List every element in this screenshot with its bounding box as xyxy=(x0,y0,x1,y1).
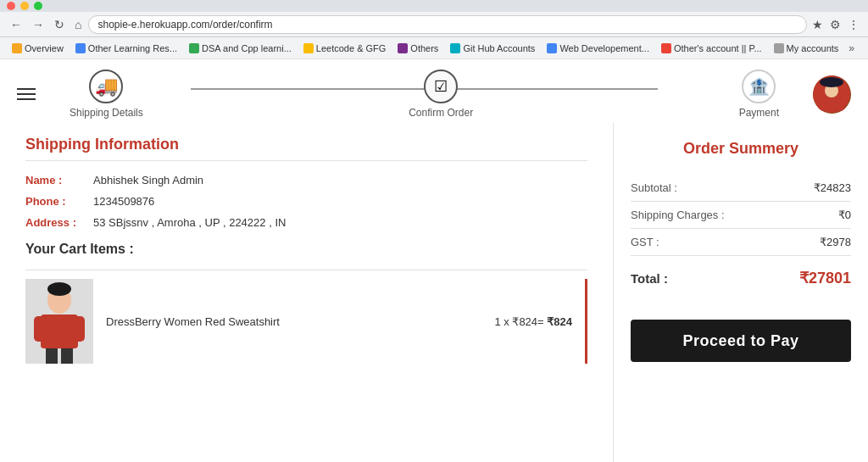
shipping-charges-label: Shipping Charges : xyxy=(631,209,725,221)
step-payment-label: Payment xyxy=(739,107,779,119)
address-row: Address : 53 SBjssnv , Amroha , UP , 224… xyxy=(25,216,587,229)
right-panel: Order Summery Subtotal : ₹24823 Shipping… xyxy=(614,123,868,462)
bookmark-icon-overview xyxy=(12,43,22,53)
hamburger-menu[interactable] xyxy=(17,88,36,100)
total-row: Total : ₹27801 xyxy=(631,256,851,294)
shipping-charges-row: Shipping Charges : ₹0 xyxy=(631,202,851,229)
step-payment: 🏦 Payment xyxy=(739,70,779,119)
step-confirm: ☑ Confirm Order xyxy=(409,70,473,119)
phone-row: Phone : 1234509876 xyxy=(25,195,587,208)
cart-item-1: DressBerry Women Red Sweatshirt 1 x ₹824… xyxy=(25,270,587,364)
svg-rect-2 xyxy=(820,77,843,87)
name-row: Name : Abhishek Singh Admin xyxy=(25,174,587,186)
bookmark-dsa[interactable]: DSA and Cpp learni... xyxy=(184,42,297,55)
toolbar-actions: ★ ⚙ ⋮ xyxy=(810,16,861,33)
svg-rect-9 xyxy=(61,348,73,364)
bookmark-others[interactable]: Others xyxy=(392,42,443,55)
svg-point-10 xyxy=(47,282,71,296)
bookmark-icon-others-account xyxy=(661,43,671,53)
hamburger-line-3 xyxy=(17,98,36,100)
product-image-svg xyxy=(25,279,93,364)
order-summary-title: Order Summery xyxy=(631,140,851,158)
refresh-button[interactable]: ↻ xyxy=(51,16,68,33)
step-shipping: 🚚 Shipping Details xyxy=(70,70,143,119)
forward-button[interactable]: → xyxy=(29,16,47,33)
minimize-btn[interactable] xyxy=(20,2,29,10)
address-value: 53 SBjssnv , Amroha , UP , 224222 , IN xyxy=(93,216,286,229)
step-confirm-icon: ☑ xyxy=(424,70,458,103)
bookmark-github[interactable]: Git Hub Accounts xyxy=(445,42,540,55)
cart-item-price-1: 1 x ₹824= ₹824 xyxy=(494,315,572,328)
back-button[interactable]: ← xyxy=(7,16,25,33)
truck-icon: 🚚 xyxy=(95,75,118,97)
bookmark-other-learning[interactable]: Other Learning Res... xyxy=(70,42,182,55)
proceed-to-pay-button[interactable]: Proceed to Pay xyxy=(631,320,851,362)
bookmark-icon-other-learning xyxy=(75,43,86,53)
checkbox-icon: ☑ xyxy=(434,77,448,96)
bookmark-overview[interactable]: Overview xyxy=(7,42,69,55)
bookmark-icon-leetcode xyxy=(303,43,314,53)
more-bookmarks[interactable]: » xyxy=(845,41,858,56)
main-content-area: Shipping Information Name : Abhishek Sin… xyxy=(0,123,868,462)
step-payment-icon: 🏦 xyxy=(742,70,776,103)
name-label: Name : xyxy=(25,174,93,186)
subtotal-value: ₹24823 xyxy=(814,181,851,194)
bookmark-icon-dsa xyxy=(189,43,199,53)
extensions-icon[interactable]: ⚙ xyxy=(828,16,843,33)
bookmark-my-accounts[interactable]: My accounts xyxy=(769,42,844,55)
home-button[interactable]: ⌂ xyxy=(71,16,85,33)
name-value: Abhishek Singh Admin xyxy=(93,174,203,186)
phone-value: 1234509876 xyxy=(93,195,154,208)
cart-item-total: ₹824 xyxy=(547,315,572,328)
avatar-svg xyxy=(813,75,851,114)
cart-item-quantity-display: 1 x ₹824= xyxy=(494,315,547,328)
shipping-charges-value: ₹0 xyxy=(838,209,851,221)
cart-item-image-1 xyxy=(25,279,93,364)
bookmarks-bar: Overview Other Learning Res... DSA and C… xyxy=(0,37,868,59)
browser-toolbar: ← → ↻ ⌂ ★ ⚙ ⋮ xyxy=(0,12,868,37)
cart-title: Your Cart Items : xyxy=(25,242,587,257)
step-confirm-label: Confirm Order xyxy=(409,107,473,119)
step-shipping-icon: 🚚 xyxy=(89,70,123,103)
phone-label: Phone : xyxy=(25,195,93,208)
bookmark-icon-my-accounts xyxy=(774,43,784,53)
bookmark-leetcode[interactable]: Leetcode & GFG xyxy=(298,42,392,55)
gst-label: GST : xyxy=(631,236,659,248)
menu-icon[interactable]: ⋮ xyxy=(846,16,861,33)
shipping-info-title: Shipping Information xyxy=(25,136,587,153)
shipping-divider xyxy=(25,160,587,161)
steps-container: 🚚 Shipping Details ☑ Confirm Order 🏦 Pay… xyxy=(36,70,813,119)
bank-icon: 🏦 xyxy=(748,76,770,97)
hamburger-line-1 xyxy=(17,88,36,90)
address-bar[interactable] xyxy=(88,15,807,34)
close-btn[interactable] xyxy=(7,2,15,10)
step-shipping-label: Shipping Details xyxy=(70,107,143,119)
cart-item-red-line xyxy=(585,279,587,364)
svg-rect-5 xyxy=(41,314,78,348)
svg-rect-8 xyxy=(46,348,58,364)
bookmark-others-account[interactable]: Other's account || P... xyxy=(656,42,767,55)
cart-item-name-1: DressBerry Women Red Sweatshirt xyxy=(106,315,481,328)
browser-chrome xyxy=(0,0,868,12)
bookmark-icon-webdev xyxy=(547,43,557,53)
subtotal-row: Subtotal : ₹24823 xyxy=(631,175,851,202)
hamburger-line-2 xyxy=(17,93,36,95)
left-panel: Shipping Information Name : Abhishek Sin… xyxy=(0,123,614,462)
svg-rect-6 xyxy=(34,316,46,342)
total-label: Total : xyxy=(631,271,668,286)
gst-value: ₹2978 xyxy=(820,236,851,248)
subtotal-label: Subtotal : xyxy=(631,181,677,194)
gst-row: GST : ₹2978 xyxy=(631,229,851,256)
user-avatar[interactable] xyxy=(813,75,851,114)
maximize-btn[interactable] xyxy=(34,2,42,10)
total-value: ₹27801 xyxy=(799,269,851,287)
page-content: 🚚 Shipping Details ☑ Confirm Order 🏦 Pay… xyxy=(0,59,868,462)
bookmark-icon-others xyxy=(398,43,408,53)
bookmark-webdev[interactable]: Web Developement... xyxy=(542,42,654,55)
svg-rect-7 xyxy=(73,316,85,342)
bookmark-star-icon[interactable]: ★ xyxy=(810,16,825,33)
bookmark-icon-github xyxy=(450,43,460,53)
address-label: Address : xyxy=(25,216,93,229)
